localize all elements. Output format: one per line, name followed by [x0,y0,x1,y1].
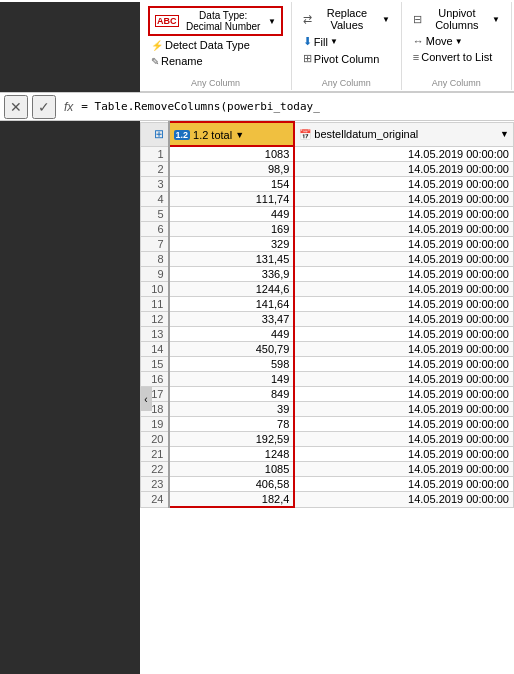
detect-icon: ⚡ [151,40,163,51]
table-cell-date: 14.05.2019 00:00:00 [294,267,513,282]
datatype-label: Data Type: Decimal Number [182,10,265,32]
table-container: ⊞ 1.2 1.2 total ▼ 📅 b [140,121,514,674]
table-cell-date: 14.05.2019 00:00:00 [294,282,513,297]
sidebar-collapse-button[interactable]: ‹ [140,387,152,411]
replace-icon: ⇄ [303,13,312,26]
row-num-cell: 8 [141,252,169,267]
table-cell-date: 14.05.2019 00:00:00 [294,492,513,508]
table-cell-date: 14.05.2019 00:00:00 [294,312,513,327]
table-cell-total: 33,47 [169,312,295,327]
any-column-label2: Any Column [300,78,393,88]
table-cell-total: 182,4 [169,492,295,508]
convert-list-button[interactable]: ≡ Convert to List [410,50,503,64]
fill-button[interactable]: ⬇ Fill ▼ [300,34,393,49]
table-cell-total: 169 [169,222,295,237]
table-cell-date: 14.05.2019 00:00:00 [294,207,513,222]
table-cell-date: 14.05.2019 00:00:00 [294,342,513,357]
row-num-cell: 14 [141,342,169,357]
table-cell-date: 14.05.2019 00:00:00 [294,402,513,417]
table-icon: ⊞ [154,127,164,141]
confirm-button[interactable]: ✓ [32,95,56,119]
chevron-down-icon: ▼ [268,17,276,26]
row-num-cell: 24 [141,492,169,508]
table-cell-date: 14.05.2019 00:00:00 [294,387,513,402]
ribbon-section-datatype: ABC Data Type: Decimal Number ▼ ⚡ Detect… [140,2,292,90]
table-cell-total: 450,79 [169,342,295,357]
convert-icon: ≡ [413,51,419,63]
row-num-cell: 23 [141,477,169,492]
table-cell-total: 141,64 [169,297,295,312]
table-cell-total: 111,74 [169,192,295,207]
main-area: ‹ ⊞ 1.2 1.2 total ▼ [0,121,514,674]
detect-datatype-button[interactable]: ⚡ Detect Data Type [148,38,283,52]
row-num-cell: 11 [141,297,169,312]
table-cell-total: 131,45 [169,252,295,267]
replace-values-button[interactable]: ⇄ Replace Values ▼ [300,6,393,32]
row-num-cell: 1 [141,146,169,162]
table-cell-total: 154 [169,177,295,192]
chevron-down-icon2: ▼ [382,15,390,24]
pivot-icon: ⊞ [303,52,312,65]
rename-icon: ✎ [151,56,159,67]
decimal-icon: 1.2 [174,130,191,140]
row-num-cell: 15 [141,357,169,372]
row-num-header: ⊞ [141,122,169,146]
abc-icon: ABC [155,15,179,27]
unpivot-columns-button[interactable]: ⊟ Unpivot Columns ▼ [410,6,503,32]
table-cell-total: 449 [169,207,295,222]
table-cell-total: 39 [169,402,295,417]
rename-button[interactable]: ✎ Rename [148,54,283,68]
table-cell-date: 14.05.2019 00:00:00 [294,297,513,312]
table-cell-total: 449 [169,327,295,342]
row-num-cell: 12 [141,312,169,327]
table-cell-date: 14.05.2019 00:00:00 [294,357,513,372]
ribbon: ABC Data Type: Decimal Number ▼ ⚡ Detect… [0,0,514,93]
move-chevron-icon: ▼ [455,37,463,46]
table-cell-total: 406,58 [169,477,295,492]
date-filter-icon[interactable]: ▼ [500,129,509,139]
pivot-column-button[interactable]: ⊞ Pivot Column [300,51,393,66]
table-cell-date: 14.05.2019 00:00:00 [294,327,513,342]
row-num-cell: 7 [141,237,169,252]
row-num-cell: 6 [141,222,169,237]
table-cell-date: 14.05.2019 00:00:00 [294,146,513,162]
col-date-header[interactable]: 📅 bestelldatum_original ▼ [294,122,513,146]
any-column-label: Any Column [148,78,283,88]
row-num-cell: 19 [141,417,169,432]
table-cell-date: 14.05.2019 00:00:00 [294,192,513,207]
ribbon-section-unpivot: ⊟ Unpivot Columns ▼ ↔ Move ▼ ≡ Convert t… [402,2,512,90]
table-cell-total: 329 [169,237,295,252]
row-num-cell: 5 [141,207,169,222]
col-total-header[interactable]: 1.2 1.2 total ▼ [169,122,295,146]
table-cell-date: 14.05.2019 00:00:00 [294,432,513,447]
row-num-cell: 13 [141,327,169,342]
row-num-cell: 10 [141,282,169,297]
table-cell-total: 1083 [169,146,295,162]
table-cell-total: 98,9 [169,162,295,177]
row-num-cell: 22 [141,462,169,477]
cancel-button[interactable]: ✕ [4,95,28,119]
table-cell-total: 192,59 [169,432,295,447]
col-filter-icon[interactable]: ▼ [235,130,244,140]
fill-icon: ⬇ [303,35,312,48]
table-cell-date: 14.05.2019 00:00:00 [294,177,513,192]
table-scroll[interactable]: ⊞ 1.2 1.2 total ▼ 📅 b [140,121,514,674]
formula-bar: ✕ ✓ fx [0,93,514,121]
table-cell-date: 14.05.2019 00:00:00 [294,252,513,267]
unpivot-icon: ⊟ [413,13,422,26]
ribbon-section-transform: ⇄ Replace Values ▼ ⬇ Fill ▼ ⊞ Pivot Colu… [292,2,402,90]
data-table: ⊞ 1.2 1.2 total ▼ 📅 b [140,121,514,508]
datatype-dropdown-button[interactable]: ABC Data Type: Decimal Number ▼ [148,6,283,36]
table-cell-date: 14.05.2019 00:00:00 [294,417,513,432]
table-cell-date: 14.05.2019 00:00:00 [294,162,513,177]
formula-input[interactable] [81,100,510,113]
sidebar: ‹ [0,121,140,674]
move-button[interactable]: ↔ Move ▼ [410,34,503,48]
row-num-cell: 3 [141,177,169,192]
table-cell-date: 14.05.2019 00:00:00 [294,462,513,477]
unpivot-chevron-icon: ▼ [492,15,500,24]
row-num-cell: 16 [141,372,169,387]
row-num-cell: 20 [141,432,169,447]
row-num-cell: 4 [141,192,169,207]
row-num-cell: 2 [141,162,169,177]
